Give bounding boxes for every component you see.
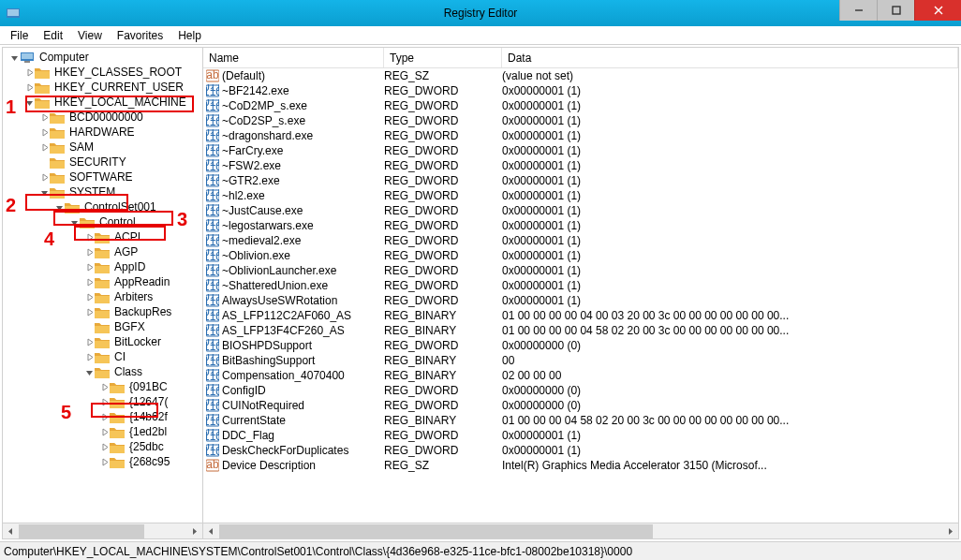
menu-view[interactable]: View [71, 27, 109, 44]
value-row[interactable]: 011110CurrentStateREG_BINARY01 00 00 00 … [203, 413, 958, 428]
value-row[interactable]: 011110AlwaysUseSWRotationREG_DWORD0x0000… [203, 293, 958, 308]
maximize-button[interactable] [877, 0, 914, 21]
tree-pane[interactable]: ComputerHKEY_CLASSES_ROOTHKEY_CURRENT_US… [3, 48, 203, 538]
tree-item[interactable]: AppID [3, 259, 202, 274]
expand-toggle-icon[interactable] [23, 68, 35, 77]
value-row[interactable]: 011110~ShatteredUnion.exeREG_DWORD0x0000… [203, 278, 958, 293]
tree-item[interactable]: ControlSet001 [3, 199, 202, 214]
value-row[interactable]: 011110~JustCause.exeREG_DWORD0x00000001 … [203, 203, 958, 218]
value-row[interactable]: 011110~medieval2.exeREG_DWORD0x00000001 … [203, 233, 958, 248]
expand-toggle-icon[interactable] [38, 143, 50, 152]
value-row[interactable]: 011110~CoD2MP_s.exeREG_DWORD0x00000001 (… [203, 98, 958, 113]
tree-item[interactable]: AppReadin [3, 274, 202, 289]
scroll-left-button[interactable] [203, 524, 219, 538]
tree-item[interactable]: BCD00000000 [3, 110, 202, 125]
tree-item[interactable]: BackupRes [3, 304, 202, 319]
expand-toggle-icon[interactable] [98, 443, 110, 451]
value-row[interactable]: 011110AS_LFP112C2AF060_ASREG_BINARY01 00… [203, 308, 958, 323]
column-data[interactable]: Data [502, 48, 958, 67]
value-row[interactable]: 011110~Oblivion.exeREG_DWORD0x00000001 (… [203, 248, 958, 263]
tree-item[interactable]: BGFX [3, 319, 202, 334]
tree-item[interactable]: {12647( [3, 394, 202, 409]
expand-toggle-icon[interactable] [98, 383, 110, 391]
value-row[interactable]: 011110DeskCheckForDuplicatesREG_DWORD0x0… [203, 443, 958, 458]
column-name[interactable]: Name [203, 48, 384, 67]
expand-toggle-icon[interactable] [83, 293, 95, 302]
tree-item[interactable]: Arbiters [3, 289, 202, 304]
value-row[interactable]: 011110DDC_FlagREG_DWORD0x00000001 (1) [203, 428, 958, 443]
value-row[interactable]: 011110Compensation_4070400REG_BINARY02 0… [203, 368, 958, 383]
value-row[interactable]: 011110~BF2142.exeREG_DWORD0x00000001 (1) [203, 83, 958, 98]
menu-help[interactable]: Help [171, 27, 208, 44]
tree-item[interactable]: {1ed2bl [3, 424, 202, 439]
value-row[interactable]: 011110AS_LFP13F4CF260_ASREG_BINARY01 00 … [203, 323, 958, 338]
menu-file[interactable]: File [4, 27, 35, 44]
expand-toggle-icon[interactable] [38, 173, 50, 182]
menu-edit[interactable]: Edit [37, 27, 69, 44]
expand-toggle-icon[interactable] [98, 458, 110, 466]
tree-item[interactable]: HARDWARE [3, 125, 202, 140]
value-row[interactable]: 011110ConfigIDREG_DWORD0x00000000 (0) [203, 383, 958, 398]
expand-toggle-icon[interactable] [83, 278, 95, 287]
menu-favorites[interactable]: Favorites [111, 27, 170, 44]
tree-item[interactable]: HKEY_LOCAL_MACHINE [3, 95, 202, 110]
tree-hscroll[interactable] [3, 523, 202, 538]
expand-toggle-icon[interactable] [23, 83, 35, 92]
expand-toggle-icon[interactable] [83, 233, 95, 242]
tree-item[interactable]: ACPI [3, 229, 202, 244]
expand-toggle-icon[interactable] [83, 338, 95, 346]
tree-item[interactable]: {25dbc [3, 439, 202, 454]
value-row[interactable]: 011110BitBashingSupportREG_BINARY00 [203, 353, 958, 368]
value-row[interactable]: 011110~CoD2SP_s.exeREG_DWORD0x00000001 (… [203, 113, 958, 128]
list-pane[interactable]: Name Type Data ab(Default)REG_SZ(value n… [203, 48, 958, 538]
expand-toggle-icon[interactable] [98, 398, 110, 406]
close-button[interactable] [914, 0, 961, 21]
expand-toggle-icon[interactable] [98, 428, 110, 436]
expand-toggle-icon[interactable] [83, 368, 95, 376]
tree-item[interactable]: Control [3, 214, 202, 229]
value-row[interactable]: 011110~dragonshard.exeREG_DWORD0x0000000… [203, 128, 958, 143]
scroll-left-button[interactable] [3, 524, 19, 538]
expand-toggle-icon[interactable] [53, 203, 65, 212]
tree-item[interactable]: Class [3, 364, 202, 379]
tree-item[interactable]: {14b62f [3, 409, 202, 424]
value-row[interactable]: 011110CUINotRequiredREG_DWORD0x00000000 … [203, 398, 958, 413]
expand-toggle-icon[interactable] [83, 263, 95, 272]
expand-toggle-icon[interactable] [98, 413, 110, 421]
value-row[interactable]: 011110~OblivionLauncher.exeREG_DWORD0x00… [203, 263, 958, 278]
tree-item[interactable]: {268c95 [3, 454, 202, 469]
column-type[interactable]: Type [384, 48, 502, 67]
tree-item[interactable]: SOFTWARE [3, 169, 202, 184]
value-row[interactable]: 011110~legostarwars.exeREG_DWORD0x000000… [203, 218, 958, 233]
list-hscroll[interactable] [203, 523, 958, 538]
expand-toggle-icon[interactable] [83, 353, 95, 361]
tree-item[interactable]: {091BC [3, 379, 202, 394]
tree-item[interactable]: SYSTEM [3, 184, 202, 199]
value-row[interactable]: 011110BIOSHPDSupportREG_DWORD0x00000000 … [203, 338, 958, 353]
tree-item[interactable]: SECURITY [3, 155, 202, 169]
minimize-button[interactable] [839, 0, 877, 21]
value-row[interactable]: 011110~FSW2.exeREG_DWORD0x00000001 (1) [203, 158, 958, 173]
tree-item[interactable]: HKEY_CURRENT_USER [3, 80, 202, 95]
expand-toggle-icon[interactable] [8, 53, 20, 62]
tree-item[interactable]: HKEY_CLASSES_ROOT [3, 65, 202, 80]
tree-item[interactable]: AGP [3, 244, 202, 259]
value-row[interactable]: ab(Default)REG_SZ(value not set) [203, 68, 958, 83]
expand-toggle-icon[interactable] [38, 128, 50, 137]
expand-toggle-icon[interactable] [83, 308, 95, 317]
tree-item[interactable]: Computer [3, 50, 202, 65]
value-row[interactable]: 011110~GTR2.exeREG_DWORD0x00000001 (1) [203, 173, 958, 188]
value-row[interactable]: 011110~FarCry.exeREG_DWORD0x00000001 (1) [203, 143, 958, 158]
expand-toggle-icon[interactable] [83, 248, 95, 257]
tree-item[interactable]: BitLocker [3, 334, 202, 349]
value-row[interactable]: abDevice DescriptionREG_SZIntel(R) Graph… [203, 458, 958, 473]
expand-toggle-icon[interactable] [38, 113, 50, 122]
tree-item[interactable]: SAM [3, 140, 202, 155]
value-row[interactable]: 011110~hl2.exeREG_DWORD0x00000001 (1) [203, 188, 958, 203]
tree-item[interactable]: CI [3, 349, 202, 364]
scroll-right-button[interactable] [942, 524, 958, 538]
scroll-right-button[interactable] [186, 524, 202, 538]
expand-toggle-icon[interactable] [68, 218, 80, 227]
expand-toggle-icon[interactable] [38, 188, 50, 197]
expand-toggle-icon[interactable] [23, 98, 35, 107]
